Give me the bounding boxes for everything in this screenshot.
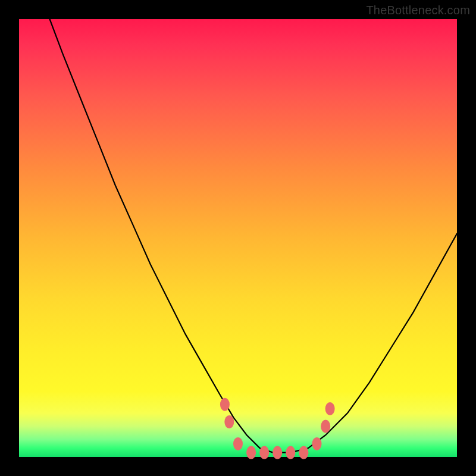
curve-marker: [224, 415, 234, 428]
curve-marker: [233, 437, 243, 450]
bottleneck-curve: [50, 19, 458, 453]
plot-area: [19, 19, 457, 457]
curve-marker: [259, 446, 269, 459]
curve-marker: [321, 420, 330, 433]
watermark-text: TheBottleneck.com: [366, 4, 470, 17]
curve-marker: [220, 398, 230, 411]
bottleneck-curve-svg: [19, 19, 457, 457]
curve-marker: [299, 446, 308, 459]
chart-frame: TheBottleneck.com: [0, 0, 476, 476]
curve-marker: [325, 402, 335, 415]
curve-marker: [286, 446, 295, 459]
curve-marker: [246, 446, 256, 459]
curve-marker: [312, 437, 322, 450]
curve-marker: [273, 446, 282, 459]
curve-markers: [220, 398, 335, 459]
